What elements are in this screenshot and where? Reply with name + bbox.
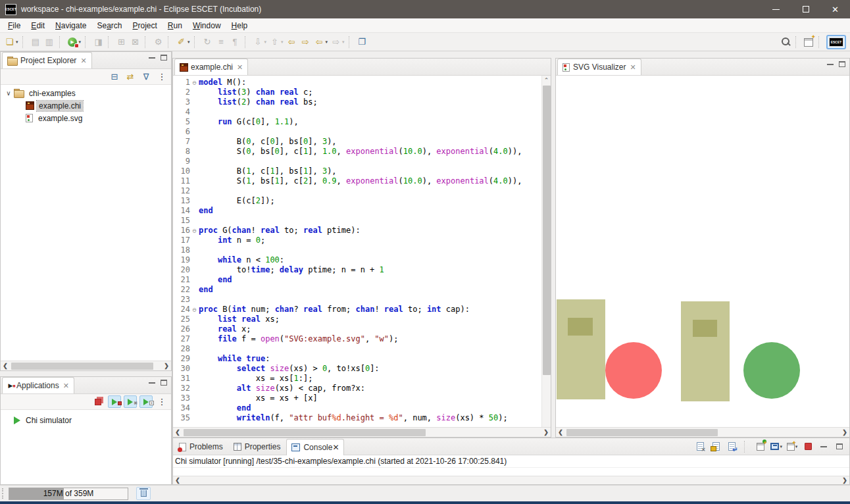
maximize-view-button[interactable] — [839, 61, 845, 67]
link-with-editor-button[interactable]: ⇄ — [124, 70, 137, 83]
terminate-button[interactable] — [802, 441, 814, 453]
open-perspective-button[interactable] — [802, 36, 816, 48]
garbage-collect-button[interactable] — [136, 487, 151, 500]
dropdown-arrow-icon[interactable]: ▾ — [281, 39, 284, 45]
filter-button[interactable]: ∇ — [139, 70, 153, 83]
refresh-element-button[interactable]: ↻ — [201, 36, 214, 48]
tree-item-example-chi[interactable]: example.chi — [1, 99, 171, 112]
minimize-view-button[interactable] — [149, 57, 155, 59]
tree-item-example-svg[interactable]: example.svg — [1, 112, 171, 124]
close-button[interactable]: ✕ — [820, 0, 850, 18]
minimize-view-button[interactable] — [827, 63, 834, 65]
close-icon[interactable]: ✕ — [80, 57, 86, 65]
collapse-all-button[interactable]: ⊟ — [108, 70, 121, 83]
remove-button[interactable]: ⊠ — [128, 36, 142, 48]
auto-remove-terminated-button[interactable]: ✖ — [124, 395, 137, 408]
close-icon[interactable]: ✕ — [63, 382, 69, 390]
maximize-view-button[interactable] — [161, 55, 167, 61]
menu-search[interactable]: Search — [91, 20, 127, 32]
dropdown-arrow-icon[interactable]: ▾ — [188, 39, 190, 45]
tab-properties[interactable]: Properties — [229, 439, 286, 455]
show-whitespace-button[interactable]: ¶ — [228, 36, 242, 48]
scroll-right-icon[interactable]: ❯ — [541, 429, 551, 436]
word-wrap-button[interactable] — [726, 441, 738, 453]
menu-edit[interactable]: Edit — [26, 20, 50, 32]
minimize-button[interactable] — [818, 441, 830, 453]
pin-console-button[interactable] — [755, 441, 766, 453]
maximize-button[interactable] — [834, 441, 845, 453]
dropdown-arrow-icon[interactable]: ▾ — [79, 39, 82, 45]
tab-applications[interactable]: ▶■ Applications ✕ — [2, 377, 74, 393]
menu-window[interactable]: Window — [188, 20, 226, 32]
scroll-right-icon[interactable]: ❯ — [162, 363, 171, 369]
previous-edit-location-button[interactable]: ⇧▾ — [268, 36, 285, 48]
maximize-view-button[interactable] — [161, 380, 167, 386]
search-button[interactable] — [779, 36, 793, 48]
escet-perspective-button[interactable]: ESCET — [825, 34, 847, 50]
scroll-left-icon[interactable]: ❮ — [1, 363, 10, 369]
close-icon[interactable]: ✕ — [332, 443, 339, 452]
close-icon[interactable]: ✕ — [630, 63, 636, 72]
add-button[interactable]: ⊞ — [114, 36, 128, 48]
tree-expander-icon[interactable]: ∨ — [3, 89, 14, 97]
forward-annotation-button[interactable]: ⇨ — [299, 36, 312, 48]
display-selected-console-button[interactable]: ▾ — [770, 441, 782, 453]
clear-console-button[interactable] — [694, 441, 706, 453]
tab-console[interactable]: Console✕ — [286, 439, 344, 455]
scroll-left-icon[interactable]: ❮ — [556, 429, 565, 436]
forward-history-button[interactable]: ⇨▾ — [329, 36, 346, 48]
code-editor[interactable]: 1⊖model M():2 list(3) chan real c;3 list… — [173, 76, 541, 427]
auto-terminate-button[interactable] — [108, 395, 121, 408]
scroll-left-icon[interactable]: ❮ — [173, 429, 182, 436]
dropdown-arrow-icon[interactable]: ▾ — [326, 39, 328, 45]
scroll-right-icon[interactable]: ❯ — [840, 429, 849, 436]
editor-vscrollbar[interactable]: ⌃ — [541, 76, 551, 427]
editor-hscrollbar[interactable]: ❮ ❯ — [173, 427, 551, 437]
fold-marker-icon[interactable]: ⊖ — [190, 78, 199, 88]
dropdown-arrow-icon[interactable]: ▾ — [780, 444, 782, 449]
view-menu-button[interactable]: ⋮ — [155, 395, 168, 408]
close-icon[interactable]: ✕ — [237, 63, 243, 72]
save-all-button[interactable]: ▥ — [43, 36, 57, 48]
dropdown-arrow-icon[interactable]: ▾ — [342, 39, 345, 45]
back-history-button[interactable]: ⇦▾ — [312, 36, 330, 48]
tab-problems[interactable]: Problems — [174, 439, 228, 455]
menu-run[interactable]: Run — [162, 20, 188, 32]
new-wizard-button[interactable]: ❏▾ — [3, 36, 20, 48]
run-simulator-button[interactable]: ▶▾ — [66, 36, 83, 48]
project-explorer-hscrollbar[interactable]: ❮ ❯ — [1, 361, 171, 370]
launch-tool-pen-button[interactable]: ✐▾ — [174, 36, 191, 48]
horizontal-sash[interactable] — [0, 371, 172, 376]
menu-help[interactable]: Help — [226, 20, 253, 32]
minimize-button[interactable] — [761, 0, 791, 18]
menu-project[interactable]: Project — [127, 20, 162, 32]
open-element-button[interactable]: ≡ — [214, 36, 228, 48]
scroll-lock-button[interactable] — [710, 441, 722, 453]
back-annotation-button[interactable]: ⇦ — [285, 36, 299, 48]
minimize-view-button[interactable] — [149, 382, 155, 384]
tab-project-explorer[interactable]: Project Explorer ✕ — [2, 52, 92, 68]
svg-hscrollbar[interactable]: ❮ ❯ — [556, 427, 849, 437]
configure-wrench-button[interactable]: ⚙ — [151, 36, 165, 48]
fold-marker-icon[interactable]: ⊖ — [190, 305, 199, 315]
dropdown-arrow-icon[interactable]: ▾ — [16, 39, 18, 45]
last-edit-location-button[interactable]: ⇩▾ — [251, 36, 268, 48]
import-button[interactable]: ◨ — [91, 36, 105, 48]
scroll-up-icon[interactable]: ⌃ — [542, 76, 551, 85]
terminate-all-button[interactable] — [92, 395, 105, 408]
menu-navigate[interactable]: Navigate — [50, 20, 91, 32]
save-button[interactable]: ▤ — [29, 36, 43, 48]
pin-editor-button[interactable]: ❐ — [355, 36, 369, 48]
fold-marker-icon[interactable]: ⊖ — [190, 226, 199, 236]
auto-expand-button[interactable]: + — [139, 395, 153, 408]
menu-file[interactable]: File — [3, 20, 26, 32]
open-console-button[interactable]: ▾ — [786, 441, 798, 453]
dropdown-arrow-icon[interactable]: ▾ — [264, 39, 267, 45]
scroll-left-icon[interactable]: ❮ — [173, 477, 182, 484]
scroll-right-icon[interactable]: ❯ — [840, 477, 849, 484]
tab-example-chi[interactable]: example.chi ✕ — [174, 59, 248, 75]
view-menu-button[interactable]: ⋮ — [155, 70, 168, 83]
maximize-button[interactable] — [791, 0, 820, 18]
tab-svg-visualizer[interactable]: SVG Visualizer ✕ — [557, 59, 641, 75]
application-item[interactable]: Chi simulator — [1, 414, 171, 427]
